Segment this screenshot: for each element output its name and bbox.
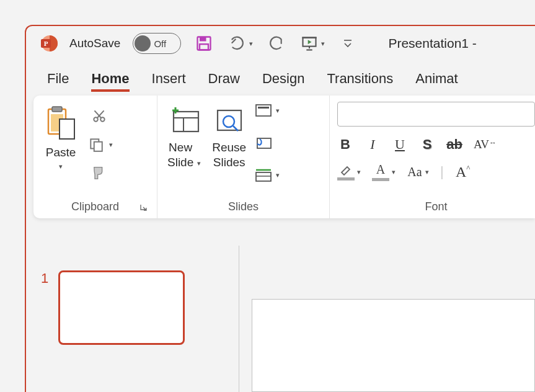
slide-thumbnail-pane[interactable]: 1 [26, 246, 239, 392]
character-spacing-button[interactable]: AV↔ [474, 135, 497, 154]
chevron-down-icon: ▾ [59, 163, 63, 171]
slide-thumbnail[interactable] [58, 270, 185, 345]
autosave-toggle[interactable]: Off [133, 33, 181, 54]
section-button[interactable]: ▾ [255, 167, 280, 182]
tab-insert[interactable]: Insert [152, 71, 186, 92]
group-label-clipboard: Clipboard [71, 200, 119, 213]
highlight-color-button[interactable]: ▾ [337, 164, 361, 180]
slide-canvas[interactable] [252, 299, 535, 392]
ribbon-group-font: B I U S ab AV↔ [330, 96, 535, 218]
italic-button[interactable]: I [365, 135, 381, 154]
reuse-slides-label: Reuse Slides [212, 140, 246, 170]
tab-home[interactable]: Home [91, 71, 129, 92]
tab-transitions[interactable]: Transitions [327, 71, 393, 92]
font-color-icon: A [376, 163, 385, 177]
chevron-down-icon: ▾ [321, 40, 325, 48]
svg-rect-12 [52, 107, 62, 112]
toggle-knob [135, 35, 151, 51]
underline-button[interactable]: U [392, 135, 408, 154]
increase-font-size-button[interactable]: A^ [455, 163, 471, 181]
section-icon [255, 167, 272, 182]
svg-rect-32 [256, 172, 271, 181]
bold-button[interactable]: B [337, 135, 353, 154]
redo-button[interactable] [265, 33, 286, 54]
save-button[interactable] [193, 33, 214, 54]
customize-qat-button[interactable] [337, 33, 358, 54]
chevron-down-icon: ▾ [109, 141, 113, 149]
svg-point-27 [223, 116, 234, 127]
chevron-down-icon: ▾ [392, 168, 396, 176]
group-label-font: Font [425, 200, 447, 213]
svg-text:P: P [44, 40, 48, 47]
chevron-down-icon: ▾ [357, 168, 361, 176]
layout-icon [255, 103, 272, 118]
ribbon-group-slides: New Slide ▾ Reuse Slides [157, 96, 330, 218]
title-bar: P AutoSave Off ▾ [26, 26, 535, 61]
chevron-down-icon: ▾ [425, 168, 429, 176]
paste-icon [43, 104, 78, 143]
autosave-state: Off [154, 38, 166, 49]
svg-rect-31 [257, 138, 271, 148]
copy-icon [86, 134, 107, 155]
reset-icon [255, 135, 272, 150]
font-name-dropdown[interactable] [337, 102, 535, 127]
copy-split-button[interactable]: ▾ [86, 134, 113, 155]
tab-file[interactable]: File [47, 71, 69, 92]
undo-icon [227, 33, 248, 54]
svg-rect-21 [174, 112, 198, 131]
slide-canvas-area [239, 246, 535, 392]
paintbrush-icon [91, 164, 108, 182]
tab-animations[interactable]: Animat [415, 71, 458, 92]
autosave-label: AutoSave [69, 37, 120, 50]
layout-button[interactable]: ▾ [255, 103, 280, 118]
separator: | [440, 164, 444, 180]
group-label-slides: Slides [228, 200, 259, 213]
undo-split-button[interactable]: ▾ [227, 33, 253, 54]
highlighter-icon [338, 164, 353, 176]
strikethrough-button[interactable]: ab [446, 135, 462, 154]
ribbon: Paste ▾ [33, 96, 535, 218]
qat: AutoSave Off ▾ [69, 33, 358, 54]
svg-rect-4 [200, 37, 206, 42]
reset-button[interactable] [255, 135, 280, 150]
workspace: 1 [26, 246, 535, 392]
tab-design[interactable]: Design [262, 71, 304, 92]
present-split-button[interactable]: ▾ [299, 33, 325, 54]
new-slide-label: New Slide [167, 140, 193, 170]
ribbon-tabs: File Home Insert Draw Design Transitions… [26, 61, 535, 92]
svg-rect-20 [94, 142, 102, 151]
paste-button[interactable]: Paste ▾ [41, 102, 81, 173]
paste-label: Paste [46, 145, 76, 160]
slide-number: 1 [41, 270, 48, 367]
document-title: Presentation1 - [388, 36, 476, 51]
scissors-icon [91, 108, 107, 124]
svg-rect-30 [258, 107, 269, 109]
chevron-down-icon: ▾ [276, 171, 280, 179]
font-color-button[interactable]: A ▾ [372, 163, 396, 181]
format-painter-button[interactable] [89, 163, 110, 184]
clipboard-dialog-launcher[interactable] [138, 202, 149, 213]
powerpoint-icon: P [40, 34, 58, 53]
svg-rect-14 [60, 119, 74, 139]
chevron-down-icon: ▾ [249, 40, 253, 48]
reuse-slides-button[interactable]: Reuse Slides [210, 102, 249, 172]
cut-button[interactable] [89, 105, 110, 127]
new-slide-button[interactable]: New Slide ▾ [165, 102, 203, 172]
present-from-beginning-icon [299, 33, 320, 54]
ribbon-group-clipboard: Paste ▾ [33, 96, 157, 218]
text-shadow-button[interactable]: S [419, 135, 435, 154]
svg-rect-5 [200, 44, 208, 50]
chevron-down-icon: ▾ [276, 107, 280, 115]
chevron-down-icon: ▾ [197, 159, 201, 167]
change-case-button[interactable]: Aa ▾ [407, 163, 429, 181]
tab-draw[interactable]: Draw [208, 71, 240, 92]
reuse-slides-icon [213, 104, 246, 138]
svg-rect-29 [256, 105, 271, 116]
app-window: P AutoSave Off ▾ [25, 25, 535, 392]
new-slide-icon [167, 104, 201, 138]
slides-small-buttons: ▾ ▾ [255, 102, 280, 182]
clipboard-small-buttons: ▾ [86, 102, 113, 184]
